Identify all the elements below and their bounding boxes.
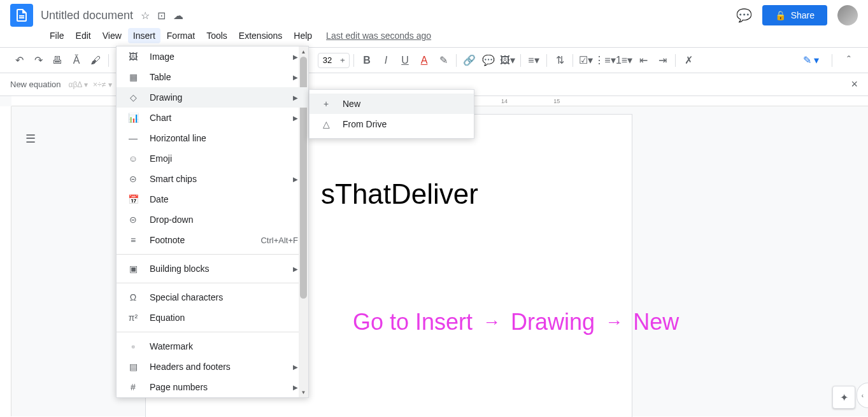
insert-equation[interactable]: π²Equation xyxy=(117,307,308,328)
plus-icon: + xyxy=(320,99,332,109)
font-size-control: + xyxy=(318,53,350,68)
menu-help[interactable]: Help xyxy=(288,28,317,43)
document-text[interactable]: sThatDeliver xyxy=(321,178,478,210)
insert-footnote[interactable]: ≡FootnoteCtrl+Alt+F xyxy=(117,230,308,250)
bullet-list-icon[interactable]: ⋮≡▾ xyxy=(596,52,614,69)
menu-item-label: Headers and footers xyxy=(150,362,231,372)
watermark-icon: ▫ xyxy=(127,341,139,351)
equation-icon: π² xyxy=(127,313,139,323)
clear-format-icon[interactable]: ✗ xyxy=(679,52,697,69)
paint-format-icon[interactable]: 🖌 xyxy=(87,52,104,69)
chevron-right-icon: ▶ xyxy=(293,265,298,272)
outline-toggle-icon[interactable]: ☰ xyxy=(25,132,36,146)
editing-mode-button[interactable]: ✎ ▾ xyxy=(798,52,824,69)
footnote-icon: ≡ xyxy=(127,235,139,245)
vertical-ruler[interactable] xyxy=(0,106,11,416)
menu-separator xyxy=(117,283,308,283)
last-edit-link[interactable]: Last edit was seconds ago xyxy=(326,31,431,41)
comment-icon[interactable]: 💬 xyxy=(480,52,497,69)
close-equation-bar[interactable]: × xyxy=(851,78,858,91)
insert-image[interactable]: 🖼Image▶ xyxy=(117,46,308,67)
cloud-icon[interactable]: ☁ xyxy=(173,10,183,22)
image-icon: 🖼 xyxy=(127,52,139,62)
drawing-from-drive[interactable]: △From Drive xyxy=(309,114,474,134)
insert-page-numbers[interactable]: #Page numbers▶ xyxy=(117,377,308,397)
line-spacing-icon[interactable]: ⇅ xyxy=(551,52,569,69)
new-equation-label[interactable]: New equation xyxy=(10,80,61,89)
docs-logo[interactable] xyxy=(10,4,33,27)
insert-date[interactable]: 📅Date xyxy=(117,189,308,209)
image-insert-icon[interactable]: 🖼▾ xyxy=(499,52,516,69)
annotation-part-3: New xyxy=(633,309,679,336)
menu-item-label: Table xyxy=(150,72,171,82)
explore-button[interactable]: ✦ xyxy=(832,386,855,409)
greek-symbols[interactable]: αβΔ ▾ xyxy=(69,80,89,89)
drawing-submenu: +New△From Drive xyxy=(309,89,474,139)
menu-tools[interactable]: Tools xyxy=(201,28,232,43)
insert-table[interactable]: ▦Table▶ xyxy=(117,67,308,87)
print-icon[interactable]: 🖶 xyxy=(48,52,66,69)
insert-special-characters[interactable]: ΩSpecial characters xyxy=(117,287,308,307)
insert-headers-and-footers[interactable]: ▤Headers and footers▶ xyxy=(117,357,308,377)
menu-file[interactable]: File xyxy=(45,28,69,43)
document-title[interactable]: Untitled document xyxy=(41,9,133,22)
bold-icon[interactable]: B xyxy=(358,52,376,69)
insert-smart-chips[interactable]: ⊝Smart chips▶ xyxy=(117,169,308,189)
date-icon: 📅 xyxy=(127,194,139,204)
menu-extensions[interactable]: Extensions xyxy=(234,28,287,43)
chevron-right-icon: ▶ xyxy=(293,364,298,371)
menubar: FileEditViewInsertFormatToolsExtensionsH… xyxy=(0,25,868,48)
ruler-mark: 15 xyxy=(553,98,560,104)
drawing-new[interactable]: +New xyxy=(309,94,474,114)
comment-history-icon[interactable]: 💬 xyxy=(736,8,752,23)
menu-edit[interactable]: Edit xyxy=(71,28,96,43)
font-size-input[interactable] xyxy=(318,55,336,65)
font-size-plus[interactable]: + xyxy=(336,53,349,67)
chevron-down-icon: ▾ xyxy=(814,54,819,66)
menu-format[interactable]: Format xyxy=(162,28,200,43)
insert-chart[interactable]: 📊Chart▶ xyxy=(117,108,308,128)
pagenum-icon: # xyxy=(127,382,139,392)
side-panel-tab[interactable]: ‹ xyxy=(857,383,868,408)
menu-item-label: Footnote xyxy=(150,235,185,245)
star-icon[interactable]: ☆ xyxy=(141,10,150,22)
move-icon[interactable]: ⊡ xyxy=(157,10,166,22)
menu-item-label: Equation xyxy=(150,313,185,323)
checklist-icon[interactable]: ☑▾ xyxy=(577,52,595,69)
insert-drop-down[interactable]: ⊝Drop-down xyxy=(117,209,308,230)
insert-drawing[interactable]: ◇Drawing▶ xyxy=(117,87,308,108)
share-button[interactable]: 🔒 Share xyxy=(762,5,827,25)
user-avatar[interactable] xyxy=(837,5,858,25)
menu-insert[interactable]: Insert xyxy=(128,28,160,43)
undo-icon[interactable]: ↶ xyxy=(10,52,28,69)
highlight-icon[interactable]: ✎ xyxy=(434,52,452,69)
insert-building-blocks[interactable]: ▣Building blocks▶ xyxy=(117,258,308,279)
submenu-item-label: New xyxy=(343,99,360,109)
link-icon[interactable]: 🔗 xyxy=(460,52,478,69)
underline-icon[interactable]: U xyxy=(396,52,414,69)
menu-view[interactable]: View xyxy=(97,28,127,43)
spellcheck-icon[interactable]: Ă xyxy=(68,52,85,69)
chevron-right-icon: ▶ xyxy=(293,384,298,391)
redo-icon[interactable]: ↷ xyxy=(29,52,47,69)
italic-icon[interactable]: I xyxy=(377,52,395,69)
arrow-icon: → xyxy=(605,312,623,332)
chevron-right-icon: ▶ xyxy=(293,74,298,81)
misc-symbols[interactable]: ×÷≠ ▾ xyxy=(93,80,112,89)
insert-horizontal-line[interactable]: —Horizontal line xyxy=(117,128,308,148)
expand-icon[interactable]: ˆ xyxy=(840,52,858,69)
table-icon: ▦ xyxy=(127,72,139,82)
text-color-icon[interactable]: A xyxy=(415,52,433,69)
increase-indent-icon[interactable]: ⇥ xyxy=(653,52,671,69)
menu-item-label: Emoji xyxy=(150,153,172,164)
numbered-list-icon[interactable]: 1≡▾ xyxy=(615,52,633,69)
decrease-indent-icon[interactable]: ⇤ xyxy=(634,52,652,69)
lock-icon: 🔒 xyxy=(775,10,786,20)
menu-item-label: Special characters xyxy=(150,292,223,302)
insert-menu-dropdown: ▲ ▼ 🖼Image▶▦Table▶◇Drawing▶📊Chart▶—Horiz… xyxy=(116,46,309,398)
align-icon[interactable]: ≡▾ xyxy=(525,52,543,69)
share-label: Share xyxy=(791,10,815,20)
insert-watermark[interactable]: ▫Watermark xyxy=(117,336,308,357)
annotation-part-2: Drawing xyxy=(511,309,595,336)
insert-emoji[interactable]: ☺Emoji xyxy=(117,148,308,169)
